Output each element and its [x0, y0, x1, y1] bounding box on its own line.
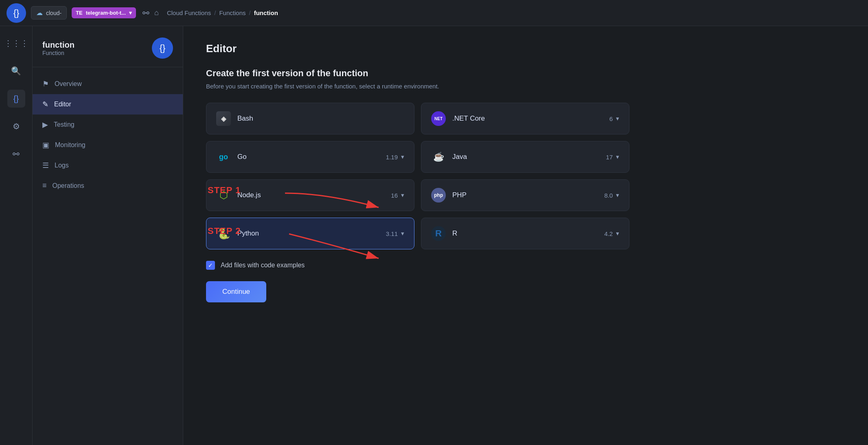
go-version: 1.19 ▾ — [386, 153, 404, 161]
nodejs-icon: ⬡ — [216, 188, 231, 203]
continue-button[interactable]: Continue — [206, 281, 266, 302]
main-layout: ⋮⋮⋮ 🔍 {} ⚙ ⚯ function Function {} ⚑ Over… — [0, 26, 868, 445]
sidebar-item-monitoring[interactable]: ▣ Monitoring — [33, 135, 183, 155]
sidebar-nav: ⚑ Overview ✎ Editor ▶ Testing ▣ Monitori… — [33, 67, 183, 202]
account-initials: TE — [76, 10, 83, 16]
app-logo: {} — [7, 3, 26, 23]
breadcrumb-part1[interactable]: Cloud Functions — [167, 9, 211, 16]
account-label: telegram-bot-t... — [86, 10, 126, 16]
java-chevron-icon: ▾ — [616, 153, 619, 161]
dotnet-version: 6 ▾ — [609, 115, 619, 122]
python-version: 3.11 ▾ — [386, 230, 404, 237]
runtime-go[interactable]: go Go 1.19 ▾ — [206, 141, 414, 173]
section-title: Create the first version of the function — [206, 68, 845, 79]
php-label: PHP — [452, 191, 598, 199]
sidebar: function Function {} ⚑ Overview ✎ Editor… — [33, 26, 183, 445]
java-icon: ☕ — [431, 150, 446, 164]
runtime-r[interactable]: R R 4.2 ▾ — [421, 218, 629, 249]
sidebar-header: function Function {} — [33, 26, 183, 67]
page-title: Editor — [206, 42, 845, 55]
python-icon: 🐍 — [216, 226, 231, 241]
monitoring-icon: ▣ — [42, 141, 49, 150]
go-label: Go — [237, 153, 379, 161]
bash-label: Bash — [237, 115, 404, 123]
breadcrumb: Cloud Functions / Functions / function — [167, 9, 278, 16]
breadcrumb-sep1: / — [214, 9, 216, 16]
php-version: 8.0 ▾ — [604, 192, 619, 199]
add-examples-checkbox[interactable]: ✓ — [206, 261, 215, 270]
runtime-dotnet[interactable]: NET .NET Core 6 ▾ — [421, 103, 629, 134]
home-icon[interactable]: ⌂ — [154, 9, 159, 17]
sidebar-item-operations[interactable]: ≡ Operations — [33, 176, 183, 196]
bash-icon: ◈ — [216, 111, 231, 126]
rail-settings-icon[interactable]: ⚙ — [7, 117, 25, 135]
r-label: R — [452, 229, 598, 238]
runtime-java[interactable]: ☕ Java 17 ▾ — [421, 141, 629, 173]
overview-icon: ⚑ — [42, 79, 49, 88]
cloud-selector[interactable]: ☁ cloud- — [31, 6, 67, 20]
go-chevron-icon: ▾ — [401, 153, 404, 161]
php-icon: php — [431, 188, 446, 203]
breadcrumb-part2[interactable]: Functions — [219, 9, 245, 16]
topbar: {} ☁ cloud- TE telegram-bot-t... ▾ ⚯ ⌂ C… — [0, 0, 868, 26]
sidebar-function-type: Function — [42, 50, 75, 56]
sidebar-label-testing: Testing — [54, 121, 75, 128]
cloud-icon: ☁ — [36, 9, 43, 17]
sidebar-function-name: function — [42, 40, 75, 50]
operations-icon: ≡ — [42, 181, 47, 190]
dotnet-chevron-icon: ▾ — [616, 115, 619, 122]
nodejs-label: Node.js — [237, 191, 384, 199]
cloud-label: cloud- — [46, 10, 61, 16]
sidebar-label-overview: Overview — [55, 80, 82, 88]
sidebar-item-logs[interactable]: ☰ Logs — [33, 155, 183, 176]
php-chevron-icon: ▾ — [616, 192, 619, 199]
breadcrumb-current: function — [254, 9, 278, 16]
sidebar-item-overview[interactable]: ⚑ Overview — [33, 74, 183, 94]
sidebar-item-editor[interactable]: ✎ Editor — [33, 94, 183, 115]
content-area: Editor Create the first version of the f… — [183, 26, 868, 445]
sidebar-label-logs: Logs — [55, 162, 69, 169]
runtime-grid: ◈ Bash NET .NET Core 6 ▾ go Go 1.19 ▾ — [206, 103, 629, 249]
java-label: Java — [452, 153, 599, 161]
apps-icon[interactable]: ⚯ — [142, 8, 149, 18]
java-version: 17 ▾ — [606, 153, 619, 161]
nodejs-version: 16 ▾ — [391, 192, 404, 199]
sidebar-label-editor: Editor — [54, 101, 71, 108]
r-version: 4.2 ▾ — [604, 230, 619, 237]
r-chevron-icon: ▾ — [616, 230, 619, 237]
dotnet-label: .NET Core — [452, 115, 603, 123]
python-chevron-icon: ▾ — [401, 230, 404, 237]
account-selector[interactable]: TE telegram-bot-t... ▾ — [72, 7, 136, 18]
rail-search-icon[interactable]: 🔍 — [7, 62, 25, 80]
runtime-php[interactable]: php PHP 8.0 ▾ — [421, 179, 629, 211]
sidebar-label-monitoring: Monitoring — [55, 141, 85, 149]
editor-icon: ✎ — [42, 100, 48, 109]
add-examples-label: Add files with code examples — [221, 262, 305, 269]
sidebar-item-testing[interactable]: ▶ Testing — [33, 115, 183, 135]
section-subtitle: Before you start creating the first vers… — [206, 83, 845, 90]
rail-code-icon[interactable]: {} — [7, 90, 25, 108]
logs-icon: ☰ — [42, 161, 49, 170]
nodejs-chevron-icon: ▾ — [401, 192, 404, 199]
rail-network-icon[interactable]: ⚯ — [7, 145, 25, 163]
runtime-nodejs[interactable]: ⬡ Node.js 16 ▾ — [206, 179, 414, 211]
sidebar-label-operations: Operations — [53, 182, 84, 189]
rail-apps-icon[interactable]: ⋮⋮⋮ — [7, 34, 25, 52]
sidebar-logo: {} — [152, 37, 173, 59]
sidebar-title: function Function — [42, 40, 75, 56]
dotnet-icon: NET — [431, 111, 446, 126]
checkbox-row: ✓ Add files with code examples — [206, 261, 629, 270]
runtime-python[interactable]: 🐍 Python 3.11 ▾ — [206, 218, 414, 249]
breadcrumb-sep2: / — [249, 9, 251, 16]
go-icon: go — [216, 150, 231, 164]
chevron-down-icon: ▾ — [129, 10, 132, 16]
r-icon: R — [431, 226, 446, 241]
testing-icon: ▶ — [42, 120, 48, 129]
icon-rail: ⋮⋮⋮ 🔍 {} ⚙ ⚯ — [0, 26, 33, 445]
runtime-bash[interactable]: ◈ Bash — [206, 103, 414, 134]
python-label: Python — [237, 229, 379, 238]
